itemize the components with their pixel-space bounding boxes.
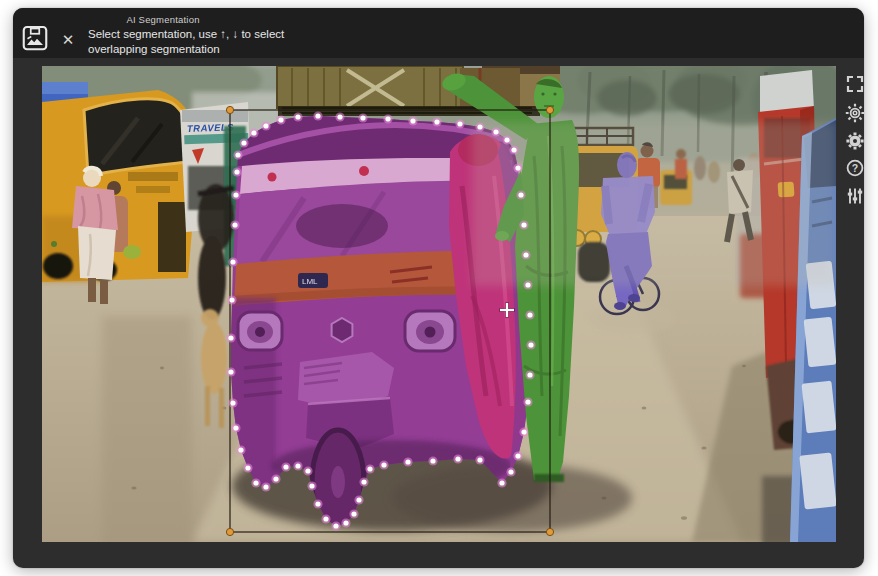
fullscreen-icon: [844, 73, 864, 95]
polygon-vertex[interactable]: [367, 466, 372, 471]
help-icon: ?: [844, 157, 864, 179]
polygon-vertex[interactable]: [527, 312, 532, 317]
polygon-vertex[interactable]: [245, 465, 250, 470]
gear-filled-icon: [844, 130, 864, 152]
polygon-vertex[interactable]: [356, 497, 361, 502]
ai-segmentation-panel: ✕ AI Segmentation Select segmentation, u…: [13, 8, 864, 568]
polygon-vertex[interactable]: [343, 520, 348, 525]
instructions-text: Select segmentation, use ↑, ↓ to select …: [88, 27, 348, 56]
polygon-vertex[interactable]: [234, 169, 239, 174]
polygon-vertex[interactable]: [351, 511, 356, 516]
polygon-vertex[interactable]: [232, 222, 237, 227]
save-image-icon: [20, 23, 50, 53]
polygon-vertex[interactable]: [527, 372, 532, 377]
polygon-vertex[interactable]: [508, 469, 513, 474]
polygon-vertex[interactable]: [521, 222, 526, 227]
polygon-vertex[interactable]: [323, 516, 328, 521]
polygon-vertex[interactable]: [457, 121, 462, 126]
settings-filled-button[interactable]: [844, 130, 864, 152]
instructions-line-1: Select segmentation, use ↑, ↓ to select: [88, 27, 348, 42]
polygon-vertex[interactable]: [434, 119, 439, 124]
polygon-vertex[interactable]: [333, 523, 338, 528]
bbox-handle[interactable]: [546, 106, 553, 113]
polygon-vertex[interactable]: [455, 456, 460, 461]
svg-text:?: ?: [852, 162, 858, 174]
polygon-vertex[interactable]: [511, 147, 516, 152]
polygon-vertex[interactable]: [263, 123, 268, 128]
polygon-vertex[interactable]: [521, 429, 526, 434]
polygon-vertex[interactable]: [381, 462, 386, 467]
polygon-vertex[interactable]: [410, 118, 415, 123]
polygon-vertex[interactable]: [230, 400, 235, 405]
polygon-vertex[interactable]: [337, 114, 342, 119]
polygon-vertex[interactable]: [238, 447, 243, 452]
polygon-vertex[interactable]: [515, 165, 520, 170]
polygon-vertex[interactable]: [253, 480, 258, 485]
polygon-vertex[interactable]: [295, 114, 300, 119]
polygon-vertex[interactable]: [525, 282, 530, 287]
polygon-vertex[interactable]: [283, 464, 288, 469]
gear-outline-icon: [844, 102, 864, 124]
polygon-vertex[interactable]: [241, 140, 246, 145]
polygon-vertex[interactable]: [228, 369, 233, 374]
image-canvas[interactable]: N: [42, 66, 836, 542]
polygon-vertex[interactable]: [263, 484, 268, 489]
bbox-handle[interactable]: [226, 106, 233, 113]
polygon-vertex[interactable]: [360, 115, 365, 120]
polygon-vertex[interactable]: [309, 483, 314, 488]
polygon-vertex[interactable]: [230, 259, 235, 264]
polygon-vertex[interactable]: [430, 458, 435, 463]
polygon-vertex[interactable]: [515, 453, 520, 458]
polygon-vertex[interactable]: [405, 459, 410, 464]
adjustments-icon: [844, 185, 864, 207]
panel-title: AI Segmentation: [83, 14, 243, 25]
polygon-vertex[interactable]: [315, 113, 320, 118]
rickshaw-badge-text: LML: [302, 277, 318, 286]
polygon-vertex[interactable]: [315, 501, 320, 506]
polygon-vertex[interactable]: [518, 192, 523, 197]
polygon-vertex[interactable]: [477, 124, 482, 129]
polygon-vertex[interactable]: [278, 117, 283, 122]
toolbar: ✕ AI Segmentation Select segmentation, u…: [13, 8, 864, 58]
save-button[interactable]: [20, 23, 50, 53]
polygon-vertex[interactable]: [228, 335, 233, 340]
roof-luggage: [277, 66, 560, 116]
bbox-handle[interactable]: [546, 528, 553, 535]
polygon-vertex[interactable]: [233, 425, 238, 430]
close-icon: ✕: [62, 31, 75, 48]
close-button[interactable]: ✕: [56, 28, 80, 52]
polygon-vertex[interactable]: [229, 297, 234, 302]
fullscreen-button[interactable]: [844, 73, 864, 95]
polygon-vertex[interactable]: [528, 342, 533, 347]
street-photo: N: [42, 66, 836, 542]
polygon-vertex[interactable]: [233, 192, 238, 197]
polygon-vertex[interactable]: [385, 116, 390, 121]
polygon-vertex[interactable]: [499, 480, 504, 485]
polygon-vertex[interactable]: [251, 130, 256, 135]
instructions-line-2: overlapping segmentation: [88, 42, 348, 57]
polygon-vertex[interactable]: [295, 463, 300, 468]
polygon-vertex[interactable]: [493, 129, 498, 134]
polygon-vertex[interactable]: [504, 137, 509, 142]
polygon-vertex[interactable]: [477, 457, 482, 462]
distance-haze: [472, 122, 836, 286]
adjustments-button[interactable]: [844, 185, 864, 207]
bbox-handle[interactable]: [226, 528, 233, 535]
polygon-vertex[interactable]: [523, 252, 528, 257]
help-button[interactable]: ?: [844, 157, 864, 179]
polygon-vertex[interactable]: [235, 152, 240, 157]
polygon-vertex[interactable]: [361, 479, 366, 484]
polygon-vertex[interactable]: [525, 399, 530, 404]
polygon-vertex[interactable]: [273, 476, 278, 481]
polygon-vertex[interactable]: [305, 468, 310, 473]
settings-outline-button[interactable]: [844, 102, 864, 124]
